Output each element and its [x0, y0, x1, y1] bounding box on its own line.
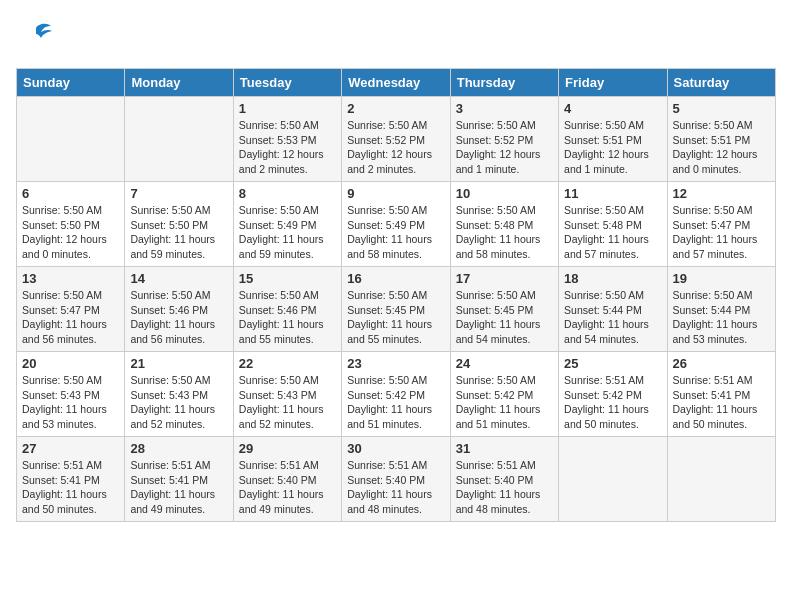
day-header-wednesday: Wednesday [342, 69, 450, 97]
cell-info: Sunrise: 5:50 AM Sunset: 5:43 PM Dayligh… [239, 373, 336, 432]
cell-info: Sunrise: 5:50 AM Sunset: 5:42 PM Dayligh… [347, 373, 444, 432]
cell-info: Sunrise: 5:50 AM Sunset: 5:45 PM Dayligh… [347, 288, 444, 347]
calendar-week-row: 1Sunrise: 5:50 AM Sunset: 5:53 PM Daylig… [17, 97, 776, 182]
day-number: 26 [673, 356, 770, 371]
cell-info: Sunrise: 5:51 AM Sunset: 5:42 PM Dayligh… [564, 373, 661, 432]
calendar-cell: 17Sunrise: 5:50 AM Sunset: 5:45 PM Dayli… [450, 267, 558, 352]
calendar-cell [559, 437, 667, 522]
calendar-cell: 25Sunrise: 5:51 AM Sunset: 5:42 PM Dayli… [559, 352, 667, 437]
cell-info: Sunrise: 5:50 AM Sunset: 5:44 PM Dayligh… [673, 288, 770, 347]
calendar-header-row: SundayMondayTuesdayWednesdayThursdayFrid… [17, 69, 776, 97]
calendar-cell: 27Sunrise: 5:51 AM Sunset: 5:41 PM Dayli… [17, 437, 125, 522]
calendar-cell: 3Sunrise: 5:50 AM Sunset: 5:52 PM Daylig… [450, 97, 558, 182]
day-number: 28 [130, 441, 227, 456]
day-number: 13 [22, 271, 119, 286]
day-number: 9 [347, 186, 444, 201]
day-header-tuesday: Tuesday [233, 69, 341, 97]
day-number: 30 [347, 441, 444, 456]
cell-info: Sunrise: 5:50 AM Sunset: 5:46 PM Dayligh… [239, 288, 336, 347]
cell-info: Sunrise: 5:50 AM Sunset: 5:42 PM Dayligh… [456, 373, 553, 432]
day-number: 19 [673, 271, 770, 286]
calendar-cell: 18Sunrise: 5:50 AM Sunset: 5:44 PM Dayli… [559, 267, 667, 352]
logo-icon [16, 16, 56, 56]
cell-info: Sunrise: 5:50 AM Sunset: 5:43 PM Dayligh… [22, 373, 119, 432]
day-number: 29 [239, 441, 336, 456]
day-number: 10 [456, 186, 553, 201]
cell-info: Sunrise: 5:50 AM Sunset: 5:46 PM Dayligh… [130, 288, 227, 347]
calendar-cell: 21Sunrise: 5:50 AM Sunset: 5:43 PM Dayli… [125, 352, 233, 437]
calendar-cell: 16Sunrise: 5:50 AM Sunset: 5:45 PM Dayli… [342, 267, 450, 352]
cell-info: Sunrise: 5:50 AM Sunset: 5:47 PM Dayligh… [673, 203, 770, 262]
calendar-cell [667, 437, 775, 522]
calendar-cell: 8Sunrise: 5:50 AM Sunset: 5:49 PM Daylig… [233, 182, 341, 267]
cell-info: Sunrise: 5:51 AM Sunset: 5:41 PM Dayligh… [673, 373, 770, 432]
cell-info: Sunrise: 5:51 AM Sunset: 5:41 PM Dayligh… [22, 458, 119, 517]
calendar-cell: 15Sunrise: 5:50 AM Sunset: 5:46 PM Dayli… [233, 267, 341, 352]
calendar-week-row: 20Sunrise: 5:50 AM Sunset: 5:43 PM Dayli… [17, 352, 776, 437]
calendar-cell: 28Sunrise: 5:51 AM Sunset: 5:41 PM Dayli… [125, 437, 233, 522]
day-number: 20 [22, 356, 119, 371]
cell-info: Sunrise: 5:50 AM Sunset: 5:52 PM Dayligh… [456, 118, 553, 177]
logo [16, 16, 62, 56]
day-number: 18 [564, 271, 661, 286]
day-number: 15 [239, 271, 336, 286]
day-header-saturday: Saturday [667, 69, 775, 97]
calendar-cell: 4Sunrise: 5:50 AM Sunset: 5:51 PM Daylig… [559, 97, 667, 182]
calendar-cell: 22Sunrise: 5:50 AM Sunset: 5:43 PM Dayli… [233, 352, 341, 437]
day-number: 8 [239, 186, 336, 201]
calendar-cell: 19Sunrise: 5:50 AM Sunset: 5:44 PM Dayli… [667, 267, 775, 352]
day-header-sunday: Sunday [17, 69, 125, 97]
calendar-cell: 11Sunrise: 5:50 AM Sunset: 5:48 PM Dayli… [559, 182, 667, 267]
calendar-table: SundayMondayTuesdayWednesdayThursdayFrid… [16, 68, 776, 522]
day-header-friday: Friday [559, 69, 667, 97]
cell-info: Sunrise: 5:50 AM Sunset: 5:48 PM Dayligh… [456, 203, 553, 262]
day-number: 11 [564, 186, 661, 201]
calendar-cell: 9Sunrise: 5:50 AM Sunset: 5:49 PM Daylig… [342, 182, 450, 267]
cell-info: Sunrise: 5:51 AM Sunset: 5:40 PM Dayligh… [456, 458, 553, 517]
cell-info: Sunrise: 5:50 AM Sunset: 5:51 PM Dayligh… [564, 118, 661, 177]
day-number: 6 [22, 186, 119, 201]
day-number: 14 [130, 271, 227, 286]
cell-info: Sunrise: 5:50 AM Sunset: 5:49 PM Dayligh… [347, 203, 444, 262]
cell-info: Sunrise: 5:51 AM Sunset: 5:41 PM Dayligh… [130, 458, 227, 517]
calendar-cell: 7Sunrise: 5:50 AM Sunset: 5:50 PM Daylig… [125, 182, 233, 267]
cell-info: Sunrise: 5:50 AM Sunset: 5:43 PM Dayligh… [130, 373, 227, 432]
day-number: 27 [22, 441, 119, 456]
day-header-monday: Monday [125, 69, 233, 97]
cell-info: Sunrise: 5:50 AM Sunset: 5:53 PM Dayligh… [239, 118, 336, 177]
cell-info: Sunrise: 5:50 AM Sunset: 5:48 PM Dayligh… [564, 203, 661, 262]
calendar-cell: 23Sunrise: 5:50 AM Sunset: 5:42 PM Dayli… [342, 352, 450, 437]
day-header-thursday: Thursday [450, 69, 558, 97]
svg-rect-0 [16, 16, 56, 56]
day-number: 5 [673, 101, 770, 116]
day-number: 2 [347, 101, 444, 116]
calendar-cell: 2Sunrise: 5:50 AM Sunset: 5:52 PM Daylig… [342, 97, 450, 182]
calendar-cell: 13Sunrise: 5:50 AM Sunset: 5:47 PM Dayli… [17, 267, 125, 352]
day-number: 4 [564, 101, 661, 116]
day-number: 24 [456, 356, 553, 371]
calendar-cell: 24Sunrise: 5:50 AM Sunset: 5:42 PM Dayli… [450, 352, 558, 437]
calendar-cell: 20Sunrise: 5:50 AM Sunset: 5:43 PM Dayli… [17, 352, 125, 437]
cell-info: Sunrise: 5:50 AM Sunset: 5:51 PM Dayligh… [673, 118, 770, 177]
day-number: 16 [347, 271, 444, 286]
cell-info: Sunrise: 5:51 AM Sunset: 5:40 PM Dayligh… [239, 458, 336, 517]
day-number: 7 [130, 186, 227, 201]
calendar-week-row: 27Sunrise: 5:51 AM Sunset: 5:41 PM Dayli… [17, 437, 776, 522]
calendar-cell [17, 97, 125, 182]
day-number: 17 [456, 271, 553, 286]
cell-info: Sunrise: 5:50 AM Sunset: 5:52 PM Dayligh… [347, 118, 444, 177]
day-number: 22 [239, 356, 336, 371]
calendar-week-row: 6Sunrise: 5:50 AM Sunset: 5:50 PM Daylig… [17, 182, 776, 267]
calendar-cell: 31Sunrise: 5:51 AM Sunset: 5:40 PM Dayli… [450, 437, 558, 522]
cell-info: Sunrise: 5:50 AM Sunset: 5:49 PM Dayligh… [239, 203, 336, 262]
day-number: 31 [456, 441, 553, 456]
calendar-cell: 14Sunrise: 5:50 AM Sunset: 5:46 PM Dayli… [125, 267, 233, 352]
day-number: 3 [456, 101, 553, 116]
calendar-cell: 12Sunrise: 5:50 AM Sunset: 5:47 PM Dayli… [667, 182, 775, 267]
cell-info: Sunrise: 5:50 AM Sunset: 5:45 PM Dayligh… [456, 288, 553, 347]
cell-info: Sunrise: 5:50 AM Sunset: 5:50 PM Dayligh… [130, 203, 227, 262]
day-number: 1 [239, 101, 336, 116]
cell-info: Sunrise: 5:50 AM Sunset: 5:44 PM Dayligh… [564, 288, 661, 347]
calendar-cell: 1Sunrise: 5:50 AM Sunset: 5:53 PM Daylig… [233, 97, 341, 182]
cell-info: Sunrise: 5:51 AM Sunset: 5:40 PM Dayligh… [347, 458, 444, 517]
